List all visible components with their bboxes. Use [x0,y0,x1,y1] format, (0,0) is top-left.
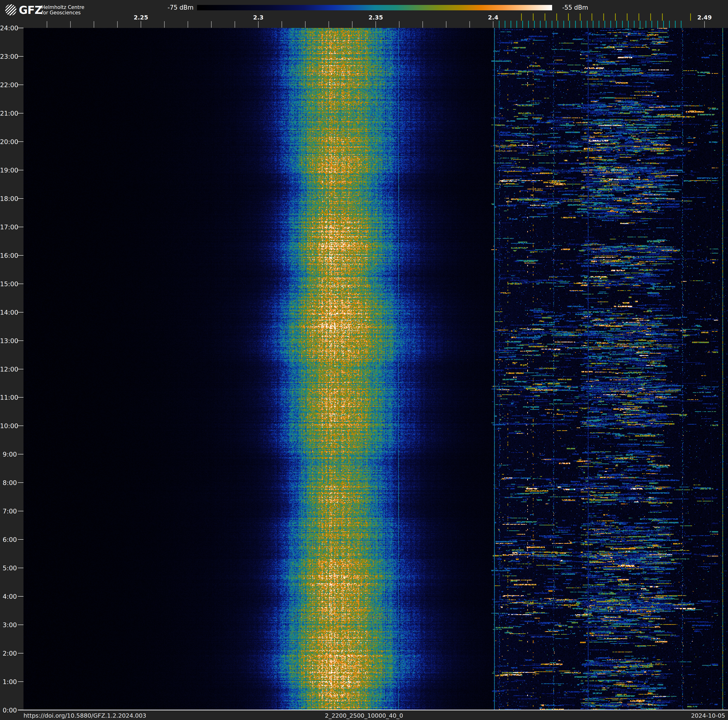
narrow-channel-tick [675,21,676,28]
narrow-channel-tick [581,21,582,28]
colorbar-min-label: -75 dBm [141,5,194,10]
freq-tick-label: 2.49 [697,14,712,21]
time-label: 12:00 [0,365,17,373]
narrow-channel-tick [599,21,599,28]
time-label: 16:00 [0,252,17,259]
freq-tick-label: 2.3 [253,14,263,21]
time-label: 23:00 [0,53,17,60]
wifi-channel-tick [650,14,651,21]
narrow-channel-tick [563,21,564,28]
freq-tick-minor [470,21,470,28]
freq-tick-minor [281,21,282,28]
time-label: 0:00 [0,706,17,714]
wifi-channel-tick [690,14,691,21]
time-label: 19:00 [0,166,17,174]
freq-tick-minor [704,21,705,28]
wifi-channel-tick [556,14,557,21]
narrow-channel-tick [575,21,576,28]
wifi-channel-tick [580,14,581,21]
narrow-channel-tick [610,21,611,28]
narrow-channel-tick [657,21,658,28]
freq-tick-minor [352,21,352,28]
freq-tick-minor [117,21,118,28]
freq-tick-minor [305,21,306,28]
gfz-logo-tagline-line1: Helmholtz Centre [41,5,84,10]
gfz-logo-tagline-line2: for Geosciences [41,10,84,15]
wifi-channel-tick [639,14,639,21]
narrow-channel-tick [593,21,593,28]
narrow-channel-tick [511,21,511,28]
time-label: 14:00 [0,308,17,316]
bottom-axis-line [18,710,728,710]
freq-tick-minor [446,21,447,28]
time-label: 22:00 [0,81,17,88]
narrow-channel-tick [616,21,617,28]
dataset-name: 2_2200_2500_10000_40_0 [325,712,403,719]
narrow-channel-tick [505,21,505,28]
time-label: 2:00 [0,650,17,657]
narrow-channel-tick [540,21,541,28]
freq-tick-minor [211,21,212,28]
narrow-channel-tick [640,21,641,28]
wifi-channel-tick [568,14,569,21]
doi-text: https://doi.org/10.5880/GFZ.1.2.2024.003 [23,712,146,719]
narrow-channel-tick [634,21,635,28]
wifi-channel-tick [592,14,592,21]
time-label: 11:00 [0,394,17,401]
freq-tick-minor [399,21,399,28]
freq-tick-minor [94,21,94,28]
narrow-channel-tick [522,21,523,28]
wifi-channel-tick [662,14,663,21]
time-label: 3:00 [0,621,17,629]
freq-tick-minor [235,21,235,28]
freq-tick-minor [70,21,71,28]
hour-dash [18,28,23,28]
time-label: 13:00 [0,337,17,344]
freq-tick-label: 2.35 [369,14,383,21]
narrow-channel-tick [534,21,535,28]
gfz-logo-icon [5,4,17,15]
narrow-channel-tick [546,21,546,28]
time-label: 5:00 [0,564,17,572]
narrow-channel-tick [622,21,623,28]
narrow-channel-tick [669,21,670,28]
narrow-channel-tick [628,21,629,28]
date-label: 2024-10-05 [691,712,725,719]
freq-tick-minor [258,21,258,28]
time-label: 21:00 [0,109,17,117]
time-label: 9:00 [0,451,17,458]
narrow-channel-tick [558,21,558,28]
narrow-channel-tick [652,21,652,28]
wifi-channel-tick [533,14,534,21]
time-label: 8:00 [0,479,17,486]
freq-tick-minor [493,21,493,28]
gfz-logo-acronym: GFZ [19,4,42,17]
time-label: 15:00 [0,280,17,287]
freq-tick-label: 2.25 [134,14,148,21]
narrow-channel-tick [499,21,500,28]
time-label: 1:00 [0,678,17,685]
gfz-logo-tagline: Helmholtz Centre for Geosciences [41,5,84,15]
freq-tick-minor [422,21,423,28]
freq-tick-minor [329,21,329,28]
wifi-channel-tick [627,14,627,21]
wifi-channel-tick [521,14,522,21]
wifi-channel-tick [615,14,616,21]
narrow-channel-tick [681,21,682,28]
narrow-channel-tick [663,21,664,28]
freq-tick-label: 2.4 [488,14,498,21]
time-label: 4:00 [0,593,17,600]
time-label: 17:00 [0,223,17,231]
freq-tick-minor [141,21,141,28]
colorbar-gradient [197,5,552,10]
narrow-channel-tick [569,21,570,28]
narrow-channel-tick [552,21,552,28]
time-label: 6:00 [0,536,17,543]
freq-tick-minor [188,21,188,28]
time-label: 10:00 [0,422,17,430]
narrow-channel-tick [645,21,646,28]
narrow-channel-tick [528,21,529,28]
freq-tick-minor [376,21,376,28]
freq-tick-minor [164,21,165,28]
narrow-channel-tick [516,21,517,28]
